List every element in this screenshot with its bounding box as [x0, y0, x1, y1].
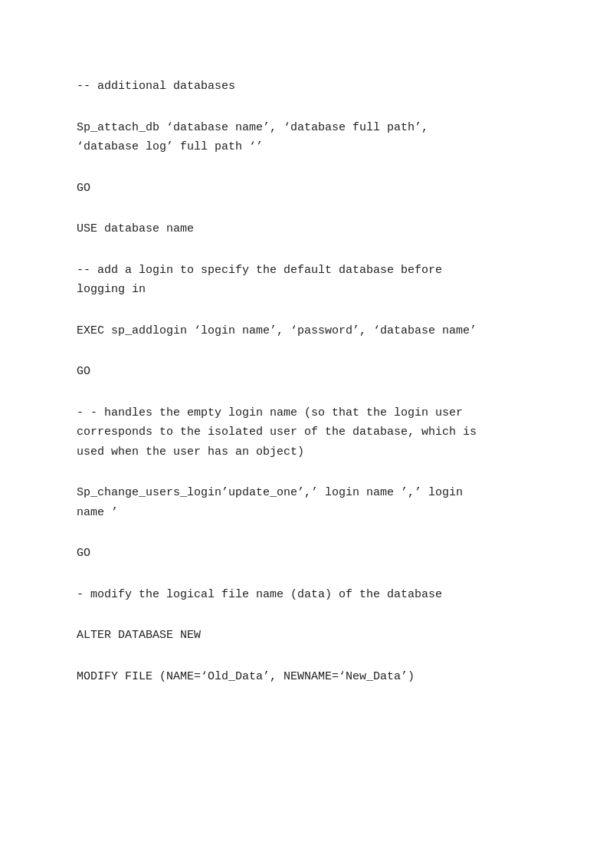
code-line: - modify the logical file name (data) of…: [77, 585, 536, 605]
code-line: GO: [77, 362, 536, 382]
code-line: -- additional databases: [77, 77, 536, 97]
code-paragraph-p5: -- add a login to specify the default da…: [77, 261, 536, 300]
code-paragraph-p12: ALTER DATABASE NEW: [77, 626, 536, 646]
code-line: name ’: [77, 503, 536, 523]
code-line: GO: [77, 179, 536, 199]
code-line: used when the user has an object): [77, 442, 536, 462]
code-paragraph-p9: Sp_change_users_login’update_one’,’ logi…: [77, 483, 536, 522]
code-paragraph-p7: GO: [77, 362, 536, 382]
code-line: USE database name: [77, 219, 536, 239]
code-line: EXEC sp_addlogin ‘login name’, ‘password…: [77, 321, 536, 341]
code-paragraph-p2: Sp_attach_db ‘database name’, ‘database …: [77, 118, 536, 157]
code-line: ALTER DATABASE NEW: [77, 626, 536, 646]
code-content: -- additional databasesSp_attach_db ‘dat…: [0, 0, 613, 754]
code-line: ‘database log’ full path ‘’: [77, 137, 536, 157]
code-line: - - handles the empty login name (so tha…: [77, 403, 536, 423]
code-line: MODIFY FILE (NAME=‘Old_Data’, NEWNAME=‘N…: [77, 667, 536, 687]
code-line: GO: [77, 544, 536, 564]
code-paragraph-p4: USE database name: [77, 219, 536, 239]
code-paragraph-p6: EXEC sp_addlogin ‘login name’, ‘password…: [77, 321, 536, 341]
code-paragraph-p1: -- additional databases: [77, 77, 536, 97]
code-line: logging in: [77, 280, 536, 300]
code-paragraph-p8: - - handles the empty login name (so tha…: [77, 403, 536, 462]
code-line: -- add a login to specify the default da…: [77, 261, 536, 281]
code-paragraph-p3: GO: [77, 179, 536, 199]
code-line: Sp_change_users_login’update_one’,’ logi…: [77, 483, 536, 503]
code-paragraph-p11: - modify the logical file name (data) of…: [77, 585, 536, 605]
code-paragraph-p10: GO: [77, 544, 536, 564]
code-paragraph-p13: MODIFY FILE (NAME=‘Old_Data’, NEWNAME=‘N…: [77, 667, 536, 687]
code-line: Sp_attach_db ‘database name’, ‘database …: [77, 118, 536, 138]
code-line: corresponds to the isolated user of the …: [77, 422, 536, 442]
